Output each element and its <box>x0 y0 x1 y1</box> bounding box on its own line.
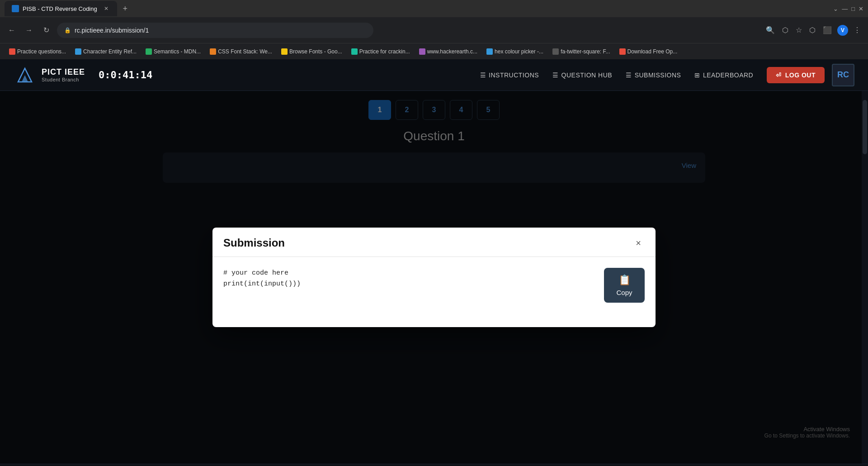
logout-button[interactable]: ⏎ LOG OUT <box>767 67 825 83</box>
bookmark-practice-crackin[interactable]: Practice for crackin... <box>348 47 414 57</box>
footer: © PISB IEEE STUDENT BRANCH || Developed … <box>0 464 868 466</box>
submission-modal: Submission × # your code here print(int(… <box>212 228 656 327</box>
bookmark-practice-questions[interactable]: Practice questions... <box>5 47 70 57</box>
app: PICT IEEE Student Branch 0:0:41:14 ☰ INS… <box>0 59 868 466</box>
bookmark-label: Semantics - MDN... <box>154 48 201 55</box>
nav-question-hub[interactable]: ☰ QUESTION HUB <box>552 71 612 79</box>
tab-bar: PISB - CTD Reverse Coding ✕ + ⌄ — □ ✕ <box>0 0 868 17</box>
bookmark-label: Character Entity Ref... <box>83 48 137 55</box>
lock-icon: 🔒 <box>64 27 71 33</box>
submissions-icon: ☰ <box>626 71 632 79</box>
code-line-1: # your code here <box>223 268 597 279</box>
brand-name: PICT IEEE <box>42 67 85 77</box>
active-tab[interactable]: PISB - CTD Reverse Coding ✕ <box>5 1 117 16</box>
submissions-label: SUBMISSIONS <box>635 71 681 79</box>
bookmark-label: Browse Fonts - Goo... <box>289 48 342 55</box>
bookmark-icon <box>75 48 81 55</box>
bookmark-semantics-mdn[interactable]: Semantics - MDN... <box>142 47 204 57</box>
toolbar-icons: 🔍 ⬡ ☆ ⬡ ⬛ V ⋮ <box>764 24 863 36</box>
bookmark-hex-colour-picker[interactable]: hex colour picker -... <box>483 47 547 57</box>
profile-icon[interactable]: V <box>837 25 848 36</box>
nav-submissions[interactable]: ☰ SUBMISSIONS <box>626 71 681 79</box>
modal-overlay[interactable]: Submission × # your code here print(int(… <box>0 91 868 464</box>
bookmark-label: Download Free Op... <box>627 48 678 55</box>
modal-close-button[interactable]: × <box>632 237 645 249</box>
bookmark-icon <box>619 48 626 55</box>
bookmark-button[interactable]: ☆ <box>794 24 804 36</box>
instructions-label: INSTRUCTIONS <box>489 71 539 79</box>
bookmarks-bar: Practice questions... Character Entity R… <box>0 43 868 59</box>
brand-sub: Student Branch <box>42 77 85 82</box>
forward-button[interactable]: → <box>23 24 35 37</box>
bookmark-label: Practice for crackin... <box>359 48 410 55</box>
cast-button[interactable]: ⬡ <box>780 24 790 36</box>
nav-links: ☰ INSTRUCTIONS ☰ QUESTION HUB ☰ SUBMISSI… <box>480 71 754 79</box>
leaderboard-icon: ⊞ <box>694 71 700 79</box>
bookmark-download-free[interactable]: Download Free Op... <box>616 47 681 57</box>
tab-controls-right: ⌄ — □ ✕ <box>833 5 863 12</box>
downloads-button[interactable]: ⬛ <box>821 24 834 36</box>
code-line-2: print(int(input())) <box>223 279 597 290</box>
bookmark-label: hex colour picker -... <box>495 48 543 55</box>
main-content: 1 2 3 4 5 Question 1 View Submission × <box>0 91 868 464</box>
bookmark-css-font-stack[interactable]: CSS Font Stack: We... <box>206 47 276 57</box>
bookmark-browse-fonts[interactable]: Browse Fonts - Goo... <box>278 47 346 57</box>
copy-label: Copy <box>616 289 632 296</box>
bookmark-icon <box>210 48 216 55</box>
tab-close-button[interactable]: ✕ <box>103 5 110 12</box>
bookmark-icon <box>552 48 559 55</box>
nav-instructions[interactable]: ☰ INSTRUCTIONS <box>480 71 539 79</box>
url-text: rc.pictieee.in/submission/1 <box>75 27 149 34</box>
bookmark-icon <box>351 48 358 55</box>
nav-leaderboard[interactable]: ⊞ LEADERBOARD <box>694 71 753 79</box>
tab-title: PISB - CTD Reverse Coding <box>23 5 97 12</box>
reload-button[interactable]: ↻ <box>40 24 52 37</box>
brand: PICT IEEE Student Branch <box>14 64 85 86</box>
brand-logo <box>14 64 36 86</box>
bookmark-icon <box>486 48 493 55</box>
extensions-button[interactable]: ⬡ <box>807 24 817 36</box>
rc-badge: RC <box>832 64 854 86</box>
menu-button[interactable]: ⋮ <box>852 24 863 36</box>
question-hub-label: QUESTION HUB <box>561 71 613 79</box>
modal-body: # your code here print(int(input())) 📋 C… <box>212 257 656 314</box>
bookmark-label: www.hackerearth.c... <box>427 48 477 55</box>
tab-list-button[interactable]: ⌄ <box>833 5 838 12</box>
bookmark-hackerearth[interactable]: www.hackerearth.c... <box>415 47 481 57</box>
logout-icon: ⏎ <box>776 71 782 79</box>
svg-marker-1 <box>22 75 28 82</box>
question-hub-icon: ☰ <box>552 71 559 79</box>
minimize-button[interactable]: — <box>842 5 848 12</box>
bookmark-icon <box>419 48 425 55</box>
instructions-icon: ☰ <box>480 71 486 79</box>
browser-chrome: PISB - CTD Reverse Coding ✕ + ⌄ — □ ✕ ← … <box>0 0 868 43</box>
copy-icon: 📋 <box>618 274 631 286</box>
brand-text: PICT IEEE Student Branch <box>42 67 85 82</box>
back-button[interactable]: ← <box>5 24 18 37</box>
logout-label: LOG OUT <box>785 71 816 79</box>
bookmark-label: fa-twitter-square: F... <box>561 48 610 55</box>
bookmark-fa-twitter[interactable]: fa-twitter-square: F... <box>549 47 613 57</box>
bookmark-label: CSS Font Stack: We... <box>218 48 272 55</box>
modal-title: Submission <box>223 237 285 249</box>
bookmark-icon <box>146 48 152 55</box>
bookmark-icon <box>9 48 15 55</box>
code-content: # your code here print(int(input())) <box>223 268 597 290</box>
tab-favicon <box>12 5 19 12</box>
new-tab-button[interactable]: + <box>119 2 132 15</box>
leaderboard-label: LEADERBOARD <box>703 71 753 79</box>
bookmark-character-entity[interactable]: Character Entity Ref... <box>71 47 140 57</box>
zoom-button[interactable]: 🔍 <box>764 24 777 36</box>
bookmark-icon <box>281 48 288 55</box>
maximize-button[interactable]: □ <box>851 5 855 12</box>
timer: 0:0:41:14 <box>99 69 152 81</box>
bookmark-label: Practice questions... <box>17 48 66 55</box>
address-bar: ← → ↻ 🔒 rc.pictieee.in/submission/1 🔍 ⬡ … <box>0 17 868 43</box>
url-bar[interactable]: 🔒 rc.pictieee.in/submission/1 <box>57 23 373 38</box>
copy-button[interactable]: 📋 Copy <box>604 268 645 303</box>
close-window-button[interactable]: ✕ <box>859 5 863 12</box>
modal-header: Submission × <box>212 228 656 257</box>
navbar: PICT IEEE Student Branch 0:0:41:14 ☰ INS… <box>0 59 868 91</box>
